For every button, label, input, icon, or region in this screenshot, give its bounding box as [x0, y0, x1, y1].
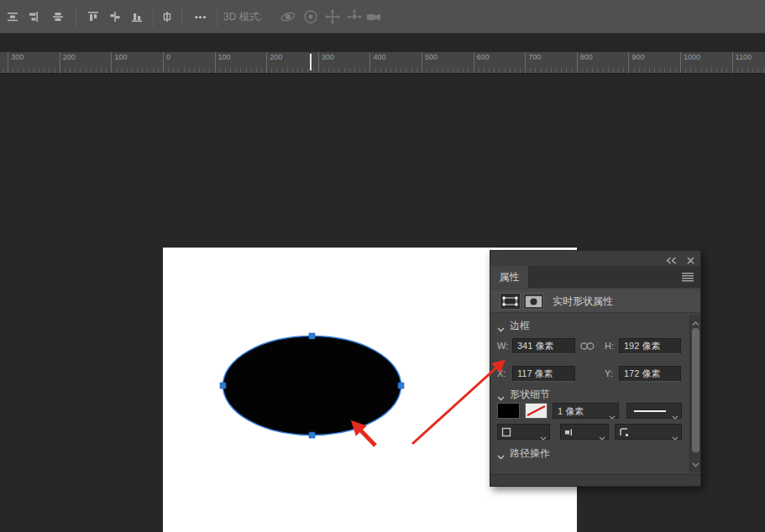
chevron-down-icon	[672, 430, 679, 445]
toolbar-separator	[153, 7, 154, 27]
link-dimensions-icon[interactable]	[579, 342, 595, 353]
scrollbar-thumb[interactable]	[692, 328, 700, 452]
stroke-corners-dropdown[interactable]	[615, 424, 682, 440]
shape-handle-top	[309, 333, 315, 339]
ruler-cursor-indicator	[310, 54, 312, 70]
slide-3d-icon[interactable]	[343, 6, 365, 28]
ruler-major-tick: 900	[628, 52, 629, 73]
x-label: X:	[497, 366, 506, 382]
align-left-edges-icon[interactable]	[156, 6, 178, 28]
chevron-down-icon	[497, 392, 505, 404]
chevron-down-icon	[609, 409, 616, 424]
chevron-down-icon	[672, 409, 679, 424]
fill-color-swatch[interactable]	[497, 403, 520, 419]
orbit-3d-icon[interactable]	[277, 6, 299, 28]
x-position-field[interactable]: 117 像素	[512, 366, 575, 382]
stroke-color-swatch[interactable]	[525, 403, 548, 419]
chevron-down-icon	[497, 323, 505, 335]
toolbar-separator	[181, 7, 182, 27]
options-bar: ••• 3D 模式:	[0, 0, 765, 34]
scroll-up-icon[interactable]	[692, 317, 700, 329]
live-shape-properties-title: 实时形状属性	[553, 289, 613, 313]
align-vertical-centers-icon[interactable]	[47, 6, 69, 28]
align-bottom-edges-icon[interactable]	[126, 6, 148, 28]
properties-panel: 属性 实时形状属性 边框	[490, 250, 701, 487]
stroke-style-dropdown[interactable]	[626, 403, 682, 419]
ruler-major-tick: 1100	[732, 52, 733, 73]
panel-scrollbar[interactable]	[689, 315, 700, 472]
toolbar-separator	[76, 7, 76, 27]
distribute-right-edges-icon[interactable]	[22, 6, 44, 28]
ruler-major-tick: 600	[474, 52, 474, 73]
scroll-down-icon[interactable]	[692, 458, 700, 470]
stroke-align-dropdown[interactable]	[497, 424, 550, 440]
panel-titlebar	[490, 251, 700, 266]
ruler-major-tick: 700	[525, 52, 526, 73]
roll-3d-icon[interactable]	[300, 6, 322, 28]
camera-3d-icon[interactable]	[364, 6, 385, 28]
stroke-corners-icon	[619, 427, 629, 441]
ruler-major-tick: 100	[111, 52, 112, 73]
transform-box-icon[interactable]	[500, 293, 521, 310]
ruler-major-tick: 400	[369, 52, 370, 73]
shape-ellipse	[223, 336, 401, 436]
chevron-down-icon	[599, 430, 605, 445]
w-label: W:	[497, 338, 508, 354]
collapse-panel-icon[interactable]	[666, 254, 677, 267]
ruler-minor-ticks	[3, 68, 765, 73]
stroke-caps-icon	[564, 427, 574, 441]
width-field[interactable]: 341 像素	[512, 338, 575, 354]
ruler-major-tick: 1000	[680, 52, 681, 73]
stroke-width-dropdown[interactable]: 1 像素	[553, 403, 619, 419]
chevron-down-icon	[540, 430, 547, 445]
close-panel-icon[interactable]	[687, 254, 694, 267]
ruler-major-tick: 300	[318, 52, 319, 73]
shape-handle-left	[220, 383, 226, 389]
3d-mode-label: 3D 模式:	[223, 0, 262, 34]
y-label: Y:	[605, 366, 613, 382]
panel-content: 实时形状属性 边框 W: 341 像素 H: 192 像素 X: 117	[490, 288, 700, 476]
ruler-major-tick: 500	[422, 52, 422, 73]
more-options-icon[interactable]: •••	[188, 6, 213, 28]
ruler-major-tick: 200	[266, 52, 267, 73]
panel-menu-icon[interactable]	[682, 272, 694, 284]
live-shape-header-row: 实时形状属性	[490, 289, 700, 313]
pan-3d-icon[interactable]	[322, 6, 343, 28]
ruler-major-tick: 0	[163, 52, 164, 73]
ruler-major-tick: 200	[60, 52, 60, 73]
stroke-caps-dropdown[interactable]	[560, 424, 609, 440]
align-horizontal-centers-icon[interactable]	[104, 6, 126, 28]
stroke-align-icon	[501, 427, 511, 441]
mask-icon[interactable]	[523, 293, 544, 310]
panel-tabbar: 属性	[490, 266, 700, 288]
section-shape-details[interactable]: 形状细节	[490, 385, 687, 404]
solid-line-preview	[634, 410, 666, 412]
ruler-major-tick: 100	[215, 52, 216, 73]
section-bounds[interactable]: 边框	[490, 316, 687, 335]
chevron-down-icon	[497, 451, 505, 462]
panel-bottom-bar[interactable]	[490, 474, 700, 486]
toolbar-separator	[217, 7, 217, 27]
shape-handle-bottom	[309, 432, 315, 438]
height-field[interactable]: 192 像素	[619, 338, 681, 354]
h-label: H:	[605, 338, 614, 354]
section-path-operations[interactable]: 路径操作	[490, 444, 687, 462]
horizontal-ruler[interactable]: 3002001000100200300400500600700800900100…	[0, 52, 765, 74]
ruler-major-tick: 800	[577, 52, 578, 73]
align-top-edges-icon[interactable]	[82, 6, 104, 28]
document-bar	[0, 34, 765, 52]
distribute-vertical-centers-icon[interactable]	[2, 6, 24, 28]
ruler-major-tick: 300	[8, 52, 8, 73]
shape-handle-right	[398, 383, 404, 389]
tab-properties[interactable]: 属性	[490, 266, 529, 288]
y-position-field[interactable]: 172 像素	[619, 366, 681, 382]
